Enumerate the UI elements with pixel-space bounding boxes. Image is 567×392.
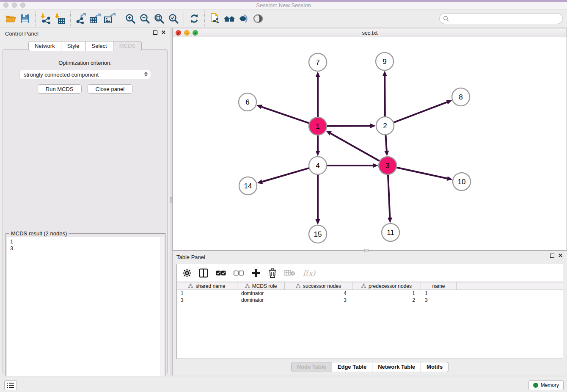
graph-node-11[interactable]: 11 — [382, 224, 399, 241]
column-header-shared-name[interactable]: shared name — [177, 282, 237, 290]
tab-style[interactable]: Style — [61, 41, 86, 51]
column-type-icon — [296, 284, 300, 288]
graph-node-10[interactable]: 10 — [453, 173, 471, 190]
table-body: 1dominator4113dominator323 — [177, 290, 563, 304]
show-all-icon[interactable] — [251, 12, 265, 25]
save-session-icon[interactable] — [18, 12, 32, 25]
table-cell[interactable]: 4 — [285, 290, 352, 297]
float-table-panel-icon[interactable] — [550, 254, 554, 258]
zoom-selected-icon[interactable] — [166, 12, 181, 25]
column-type-icon — [245, 284, 250, 288]
toolbar-separator — [184, 11, 184, 26]
graph-node-15[interactable]: 15 — [309, 225, 327, 243]
graph-edge-4-14[interactable] — [257, 168, 309, 184]
mcds-result-box: MCDS result (2 nodes) 1 3 — [6, 233, 165, 392]
show-hide-graphics-icon[interactable] — [237, 12, 251, 25]
memory-button[interactable]: Memory — [528, 380, 564, 390]
table-cell[interactable]: dominator — [237, 297, 285, 304]
table-row[interactable]: 1dominator411 — [177, 290, 563, 297]
tab-mcds[interactable]: MCDS — [113, 41, 142, 51]
clone-network-icon[interactable] — [208, 12, 222, 25]
table-row[interactable]: 3dominator323 — [177, 297, 563, 304]
graph-edge-1-7[interactable] — [316, 72, 320, 117]
tab-node-table[interactable]: Node Table — [291, 362, 332, 372]
graph-node-3[interactable]: 3 — [379, 157, 396, 174]
graph-edge-2-9[interactable] — [383, 71, 387, 117]
graph-edge-2-3[interactable] — [384, 135, 389, 156]
zoom-fit-icon[interactable] — [152, 12, 166, 25]
table-cell[interactable]: 3 — [285, 297, 352, 304]
task-history-button[interactable] — [4, 380, 17, 390]
table-cell[interactable]: 2 — [352, 297, 421, 304]
graph-node-2[interactable]: 2 — [376, 117, 394, 135]
close-panel-button[interactable]: Close panel — [88, 84, 133, 94]
run-mcds-button[interactable]: Run MCDS — [38, 84, 82, 94]
close-panel-icon[interactable]: ✕ — [161, 30, 166, 35]
column-type-icon — [361, 284, 366, 288]
float-panel-icon[interactable] — [153, 30, 157, 35]
graph-edge-1-6[interactable] — [256, 105, 309, 123]
graph-edge-3-11[interactable] — [388, 174, 392, 223]
import-network-icon[interactable] — [39, 12, 53, 25]
export-network-icon[interactable] — [74, 12, 88, 25]
column-header-predecessor-nodes[interactable]: predecessor nodes — [352, 282, 421, 290]
network-table-splitter-handle[interactable] — [364, 249, 369, 252]
result-scrollbar[interactable] — [160, 237, 164, 392]
svg-text:4: 4 — [316, 162, 319, 170]
graph-node-1[interactable]: 1 — [309, 117, 327, 135]
table-cell[interactable]: 3 — [421, 297, 457, 304]
graph-edge-1-4[interactable] — [316, 135, 320, 156]
graph-edge-2-8[interactable] — [394, 100, 452, 122]
import-table-icon[interactable] — [53, 12, 67, 25]
svg-text:11: 11 — [387, 229, 394, 237]
optimization-criterion-dropdown[interactable]: strongly connected component — [19, 70, 151, 79]
control-panel: Control Panel ✕ NetworkStyleSelectMCDS O… — [0, 28, 170, 375]
apply-function-icon[interactable]: f(x) — [303, 269, 315, 277]
tab-network[interactable]: Network — [28, 41, 61, 51]
network-canvas[interactable]: 7968124314101511 — [173, 38, 567, 250]
graph-node-8[interactable]: 8 — [452, 88, 470, 106]
optimization-criterion-label: Optimization criterion: — [3, 60, 167, 66]
search-input[interactable] — [449, 16, 559, 22]
refresh-layout-icon[interactable] — [187, 12, 201, 25]
tab-network-table[interactable]: Network Table — [372, 362, 421, 372]
column-layout-icon[interactable] — [199, 268, 208, 278]
zoom-in-icon[interactable] — [123, 12, 138, 25]
delete-column-icon[interactable] — [268, 268, 277, 278]
mcds-result-text[interactable]: 1 3 — [7, 237, 160, 392]
graph-edge-1-2[interactable] — [327, 124, 376, 128]
column-header-name[interactable]: name — [421, 282, 457, 290]
table-cell[interactable]: 1 — [352, 290, 421, 297]
graph-node-9[interactable]: 9 — [376, 52, 394, 70]
tab-select[interactable]: Select — [86, 41, 113, 51]
tab-motifs[interactable]: Motifs — [421, 362, 449, 372]
close-table-panel-icon[interactable]: ✕ — [558, 254, 563, 258]
export-image-icon[interactable] — [102, 12, 117, 25]
deselect-all-icon[interactable] — [234, 271, 244, 276]
graph-edge-3-10[interactable] — [396, 167, 453, 180]
graph-edge-4-3[interactable] — [327, 163, 378, 168]
graph-edge-3-1[interactable] — [326, 131, 380, 161]
add-column-icon[interactable] — [251, 268, 261, 278]
zoom-out-icon[interactable] — [138, 12, 152, 25]
table-cell[interactable]: 1 — [177, 290, 237, 297]
first-neighbors-icon[interactable] — [222, 12, 237, 25]
table-cell[interactable]: 1 — [421, 290, 457, 297]
graph-node-4[interactable]: 4 — [309, 157, 327, 174]
export-table-icon[interactable] — [88, 12, 102, 25]
graph-edge-4-15[interactable] — [316, 174, 320, 225]
column-header-successor-nodes[interactable]: successor nodes — [285, 282, 352, 290]
svg-text:6: 6 — [245, 98, 249, 106]
table-settings-icon[interactable] — [183, 269, 191, 277]
table-cell[interactable]: dominator — [237, 290, 285, 297]
column-header-mcds-role[interactable]: MCDS role — [237, 282, 285, 290]
delete-table-icon[interactable] — [284, 270, 295, 276]
table-cell[interactable]: 3 — [177, 297, 237, 304]
memory-label: Memory — [541, 382, 559, 388]
graph-node-14[interactable]: 14 — [239, 177, 257, 195]
graph-node-7[interactable]: 7 — [309, 53, 327, 71]
select-all-icon[interactable] — [216, 271, 226, 276]
graph-node-6[interactable]: 6 — [239, 93, 256, 111]
tab-edge-table[interactable]: Edge Table — [332, 362, 372, 372]
open-session-icon[interactable] — [3, 12, 18, 25]
